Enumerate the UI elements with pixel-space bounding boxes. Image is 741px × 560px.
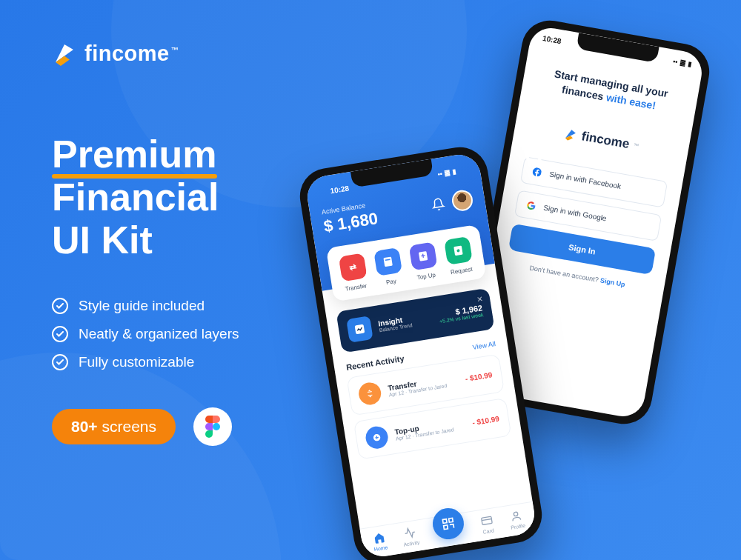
check-icon <box>52 298 68 314</box>
tab-card[interactable]: Card <box>479 513 496 535</box>
activity-tab-icon <box>402 525 418 541</box>
google-icon <box>525 199 537 211</box>
signup-link[interactable]: Sign Up <box>599 276 625 288</box>
request-icon <box>444 236 473 265</box>
tab-home[interactable]: Home <box>371 530 388 552</box>
status-time: 10:28 <box>542 34 562 45</box>
tab-activity[interactable]: Activity <box>401 525 420 547</box>
svg-rect-9 <box>449 518 453 522</box>
feature-list: Style guide included Neatly & organized … <box>52 298 370 370</box>
check-icon <box>52 326 68 342</box>
activity-amount: - $10.99 <box>471 414 499 427</box>
screens-badge: 80+ screens <box>52 409 176 444</box>
check-icon <box>52 354 68 370</box>
svg-point-13 <box>514 512 518 516</box>
activity-amount: - $10.99 <box>465 370 493 383</box>
svg-rect-8 <box>443 519 448 523</box>
signin-hero-text: Start managing all your finances with ea… <box>536 64 684 117</box>
view-all-link[interactable]: View All <box>472 340 496 351</box>
avatar[interactable] <box>451 189 474 213</box>
feature-item: Fully customizable <box>52 354 370 370</box>
tab-bar: Home Activity Card Profile <box>360 501 538 559</box>
home-icon <box>372 530 388 546</box>
svg-line-12 <box>482 519 491 520</box>
tab-scan[interactable] <box>431 505 466 541</box>
svg-rect-1 <box>383 257 392 267</box>
brand-name: fincome™ <box>84 43 179 64</box>
figma-icon <box>193 407 232 446</box>
pay-icon <box>373 247 402 276</box>
facebook-icon <box>531 166 543 178</box>
status-icons: ••䷀▮ <box>437 167 457 178</box>
feature-item: Style guide included <box>52 298 370 314</box>
svg-rect-10 <box>444 524 448 529</box>
card-icon <box>479 513 495 529</box>
headline: Premium Financial UI Kit <box>52 133 370 262</box>
close-icon[interactable]: ✕ <box>476 295 483 304</box>
marketing-copy: fincome™ Premium Financial UI Kit Style … <box>52 41 370 446</box>
logo-icon <box>52 41 77 66</box>
action-request[interactable]: Request <box>444 236 474 276</box>
status-icons: ••䷀▮ <box>672 57 692 67</box>
svg-point-0 <box>213 423 220 430</box>
brand-logo: fincome™ <box>52 41 370 66</box>
feature-item: Neatly & organized layers <box>52 326 370 342</box>
tab-profile[interactable]: Profile <box>508 508 526 530</box>
profile-icon <box>508 508 524 524</box>
topup-icon <box>409 241 438 270</box>
action-pay[interactable]: Pay <box>373 247 404 287</box>
action-topup[interactable]: Top Up <box>409 241 439 281</box>
bell-icon[interactable] <box>431 197 446 213</box>
